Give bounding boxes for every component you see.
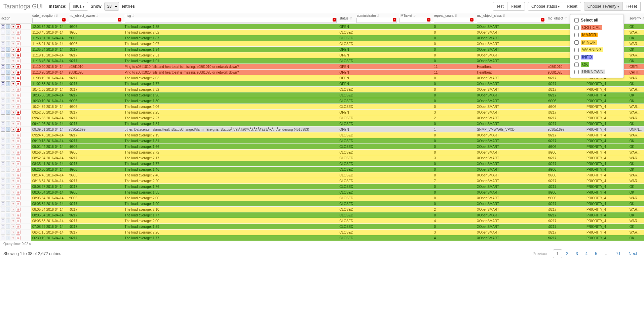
filter-msg[interactable] xyxy=(125,18,337,23)
close-event-icon[interactable] xyxy=(16,81,21,86)
funnel-icon[interactable] xyxy=(11,110,15,115)
info-icon[interactable] xyxy=(6,110,10,115)
info-icon[interactable] xyxy=(6,24,10,29)
severity-option-critical[interactable]: CRITICAL xyxy=(570,24,623,31)
page-link[interactable]: 4 xyxy=(582,249,592,258)
close-event-icon[interactable] xyxy=(16,64,21,69)
severity-option-info[interactable]: INFO xyxy=(570,53,623,61)
info-icon[interactable] xyxy=(6,47,10,52)
severity-option-warning[interactable]: WARNING xyxy=(570,46,623,53)
filter-class[interactable] xyxy=(477,18,545,23)
col-severity[interactable]: severity xyxy=(628,13,644,24)
funnel-icon[interactable] xyxy=(11,70,15,75)
filter-ticket[interactable] xyxy=(400,18,431,23)
info-icon[interactable] xyxy=(6,127,10,132)
cell-status: CLOSED xyxy=(338,87,355,92)
col-mc-object-owner[interactable]: mc_object_owner× xyxy=(68,13,123,24)
copy-icon[interactable]: ❐ xyxy=(1,70,5,75)
col-repeat-count[interactable]: repeat_count× xyxy=(432,13,476,24)
funnel-icon[interactable] xyxy=(11,24,15,29)
severity-option-unknown[interactable]: UNKNOWN xyxy=(570,68,623,76)
page-link[interactable]: 5 xyxy=(591,249,601,258)
page-link[interactable]: 3 xyxy=(572,249,582,258)
cell-admin xyxy=(355,98,398,104)
severity-checkbox[interactable] xyxy=(574,70,579,74)
close-event-icon[interactable] xyxy=(16,76,21,80)
severity-select-all[interactable]: Select all xyxy=(570,16,623,24)
cell-date: 08:05:54 2016-04-14 xyxy=(31,190,68,195)
filter-clear-icon[interactable]: × xyxy=(427,18,430,22)
filter-clear-icon[interactable]: × xyxy=(470,18,473,22)
funnel-icon[interactable] xyxy=(11,47,15,52)
severity-option-minor[interactable]: MINOR xyxy=(570,39,623,46)
col-administrator[interactable]: administrator× xyxy=(355,13,398,24)
filter-clear-icon[interactable]: × xyxy=(118,18,121,22)
col-date-reception[interactable]: date_reception× xyxy=(31,13,68,24)
close-event-icon[interactable] xyxy=(16,127,21,132)
funnel-icon xyxy=(11,93,15,97)
filter-repeat[interactable] xyxy=(434,18,474,23)
cell-repeat: 0 xyxy=(432,52,476,58)
severity-select-all-checkbox[interactable] xyxy=(574,18,579,23)
page-link[interactable]: 71 xyxy=(612,249,624,258)
severity-checkbox[interactable] xyxy=(574,55,579,59)
page-link[interactable]: 2 xyxy=(562,249,572,258)
info-icon[interactable] xyxy=(6,81,10,86)
page-previous[interactable]: Previous xyxy=(529,249,552,258)
reset-status-button[interactable]: Reset xyxy=(563,2,581,11)
col-imticket[interactable]: IMTicket× xyxy=(398,13,432,24)
filter-admin[interactable] xyxy=(356,18,397,23)
choose-severity-button[interactable]: Choose severity xyxy=(584,2,623,11)
copy-icon[interactable]: ❐ xyxy=(1,64,5,69)
copy-icon[interactable]: ❐ xyxy=(1,81,5,86)
close-event-icon[interactable] xyxy=(16,70,21,75)
close-event-icon[interactable] xyxy=(16,110,21,115)
copy-icon[interactable]: ❐ xyxy=(1,24,5,29)
copy-icon[interactable]: ❐ xyxy=(1,53,5,57)
severity-checkbox[interactable] xyxy=(574,63,579,67)
col-status[interactable]: status xyxy=(338,13,355,24)
close-event-icon[interactable] xyxy=(16,53,21,57)
page-link[interactable]: 1 xyxy=(553,249,563,258)
col-mc-object-class[interactable]: mc_object_class× xyxy=(476,13,546,24)
reset-severity-button[interactable]: Reset xyxy=(623,2,641,11)
funnel-icon[interactable] xyxy=(11,76,15,80)
info-icon[interactable] xyxy=(6,64,10,69)
filter-clear-icon[interactable]: × xyxy=(393,18,396,22)
close-event-icon xyxy=(16,196,21,200)
severity-option-major[interactable]: MAJOR xyxy=(570,31,623,39)
severity-checkbox[interactable] xyxy=(574,26,579,30)
filter-clear-icon[interactable]: × xyxy=(541,18,544,22)
info-icon[interactable] xyxy=(6,70,10,75)
info-icon[interactable] xyxy=(6,76,10,80)
copy-icon[interactable]: ❐ xyxy=(1,110,5,115)
severity-checkbox[interactable] xyxy=(574,40,579,45)
instance-select[interactable]: int01 xyxy=(69,2,88,11)
close-event-icon[interactable] xyxy=(16,47,21,52)
copy-icon[interactable]: ❐ xyxy=(1,47,5,52)
copy-icon[interactable]: ❐ xyxy=(1,127,5,132)
funnel-icon[interactable] xyxy=(11,64,15,69)
funnel-icon xyxy=(11,36,15,40)
info-icon[interactable] xyxy=(6,53,10,57)
severity-checkbox[interactable] xyxy=(574,33,579,37)
filter-clear-icon[interactable]: × xyxy=(62,18,66,22)
filter-date[interactable] xyxy=(32,18,66,23)
close-event-icon[interactable] xyxy=(16,24,21,29)
reset-test-button[interactable]: Reset xyxy=(507,2,525,11)
severity-option-ok[interactable]: OK xyxy=(570,61,623,68)
page-next[interactable]: Next xyxy=(625,249,641,258)
filter-owner[interactable] xyxy=(69,18,122,23)
test-button[interactable]: Test xyxy=(493,2,507,11)
choose-status-button[interactable]: Choose status xyxy=(528,2,564,11)
severity-checkbox[interactable] xyxy=(574,48,579,52)
close-event-icon xyxy=(16,184,21,189)
cell-severity: OK xyxy=(628,121,644,127)
funnel-icon[interactable] xyxy=(11,127,15,132)
funnel-icon[interactable] xyxy=(11,81,15,86)
filter-clear-icon[interactable]: × xyxy=(333,18,336,22)
entries-select[interactable]: 38 xyxy=(104,2,119,11)
col-msg[interactable]: msg× xyxy=(123,13,338,24)
funnel-icon[interactable] xyxy=(11,53,15,57)
copy-icon[interactable]: ❐ xyxy=(1,76,5,80)
